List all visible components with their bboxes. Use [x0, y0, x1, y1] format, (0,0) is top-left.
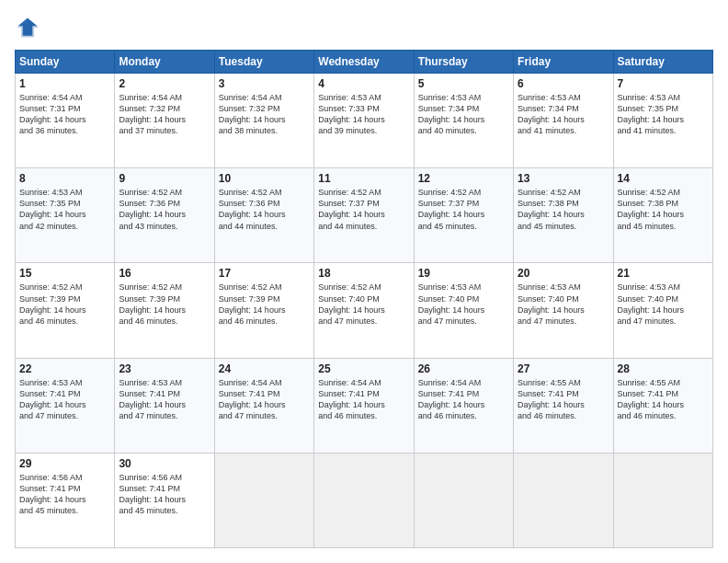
cell-sun-info: Sunrise: 4:54 AM Sunset: 7:41 PM Dayligh…: [318, 377, 409, 422]
calendar-cell: 10Sunrise: 4:52 AM Sunset: 7:36 PM Dayli…: [214, 168, 313, 263]
day-number: 12: [418, 172, 509, 185]
cell-sun-info: Sunrise: 4:52 AM Sunset: 7:37 PM Dayligh…: [418, 187, 509, 232]
cell-sun-info: Sunrise: 4:55 AM Sunset: 7:41 PM Dayligh…: [518, 377, 609, 422]
day-number: 17: [219, 267, 310, 280]
calendar-table: SundayMondayTuesdayWednesdayThursdayFrid…: [15, 50, 713, 548]
cell-sun-info: Sunrise: 4:52 AM Sunset: 7:40 PM Dayligh…: [318, 282, 409, 327]
day-number: 30: [119, 457, 210, 470]
day-number: 15: [19, 267, 110, 280]
cell-sun-info: Sunrise: 4:53 AM Sunset: 7:40 PM Dayligh…: [618, 282, 709, 327]
day-number: 19: [418, 267, 509, 280]
day-number: 2: [119, 77, 210, 90]
day-number: 27: [518, 362, 609, 375]
cell-sun-info: Sunrise: 4:52 AM Sunset: 7:36 PM Dayligh…: [219, 187, 310, 232]
cell-sun-info: Sunrise: 4:52 AM Sunset: 7:36 PM Dayligh…: [119, 187, 210, 232]
cell-sun-info: Sunrise: 4:54 AM Sunset: 7:41 PM Dayligh…: [219, 377, 310, 422]
calendar-cell: 25Sunrise: 4:54 AM Sunset: 7:41 PM Dayli…: [314, 358, 414, 453]
cell-sun-info: Sunrise: 4:53 AM Sunset: 7:33 PM Dayligh…: [318, 92, 409, 137]
day-number: 9: [119, 172, 210, 185]
cell-sun-info: Sunrise: 4:54 AM Sunset: 7:31 PM Dayligh…: [19, 92, 110, 137]
day-number: 8: [19, 172, 110, 185]
weekday-header-saturday: Saturday: [613, 51, 712, 74]
calendar-cell: 15Sunrise: 4:52 AM Sunset: 7:39 PM Dayli…: [16, 263, 115, 358]
calendar-cell: 8Sunrise: 4:53 AM Sunset: 7:35 PM Daylig…: [16, 168, 115, 263]
day-number: 20: [518, 267, 609, 280]
calendar-week-2: 8Sunrise: 4:53 AM Sunset: 7:35 PM Daylig…: [16, 168, 713, 263]
calendar-cell: 28Sunrise: 4:55 AM Sunset: 7:41 PM Dayli…: [613, 358, 712, 453]
cell-sun-info: Sunrise: 4:53 AM Sunset: 7:34 PM Dayligh…: [518, 92, 609, 137]
calendar-cell: 20Sunrise: 4:53 AM Sunset: 7:40 PM Dayli…: [514, 263, 613, 358]
day-number: 26: [418, 362, 509, 375]
weekday-header-sunday: Sunday: [16, 51, 115, 74]
cell-sun-info: Sunrise: 4:56 AM Sunset: 7:41 PM Dayligh…: [119, 472, 210, 517]
calendar-cell: 21Sunrise: 4:53 AM Sunset: 7:40 PM Dayli…: [613, 263, 712, 358]
calendar-header-row: SundayMondayTuesdayWednesdayThursdayFrid…: [16, 51, 713, 74]
calendar-cell: 9Sunrise: 4:52 AM Sunset: 7:36 PM Daylig…: [115, 168, 214, 263]
cell-sun-info: Sunrise: 4:54 AM Sunset: 7:32 PM Dayligh…: [219, 92, 310, 137]
cell-sun-info: Sunrise: 4:53 AM Sunset: 7:40 PM Dayligh…: [418, 282, 509, 327]
calendar-cell: [414, 453, 513, 547]
day-number: 21: [618, 267, 709, 280]
cell-sun-info: Sunrise: 4:52 AM Sunset: 7:39 PM Dayligh…: [219, 282, 310, 327]
calendar-cell: [514, 453, 613, 547]
cell-sun-info: Sunrise: 4:53 AM Sunset: 7:34 PM Dayligh…: [418, 92, 509, 137]
day-number: 18: [318, 267, 409, 280]
calendar-cell: 13Sunrise: 4:52 AM Sunset: 7:38 PM Dayli…: [514, 168, 613, 263]
calendar-week-5: 29Sunrise: 4:56 AM Sunset: 7:41 PM Dayli…: [16, 453, 713, 547]
day-number: 14: [618, 172, 709, 185]
header: [15, 15, 713, 40]
day-number: 6: [518, 77, 609, 90]
calendar-cell: [613, 453, 712, 547]
calendar-cell: 23Sunrise: 4:53 AM Sunset: 7:41 PM Dayli…: [115, 358, 214, 453]
day-number: 1: [19, 77, 110, 90]
cell-sun-info: Sunrise: 4:53 AM Sunset: 7:35 PM Dayligh…: [618, 92, 709, 137]
cell-sun-info: Sunrise: 4:52 AM Sunset: 7:39 PM Dayligh…: [19, 282, 110, 327]
svg-marker-1: [17, 21, 40, 38]
day-number: 28: [618, 362, 709, 375]
cell-sun-info: Sunrise: 4:53 AM Sunset: 7:40 PM Dayligh…: [518, 282, 609, 327]
calendar-cell: 24Sunrise: 4:54 AM Sunset: 7:41 PM Dayli…: [214, 358, 313, 453]
calendar-cell: 17Sunrise: 4:52 AM Sunset: 7:39 PM Dayli…: [214, 263, 313, 358]
calendar-week-3: 15Sunrise: 4:52 AM Sunset: 7:39 PM Dayli…: [16, 263, 713, 358]
weekday-header-thursday: Thursday: [414, 51, 513, 74]
logo: [15, 15, 44, 40]
day-number: 10: [219, 172, 310, 185]
calendar-week-4: 22Sunrise: 4:53 AM Sunset: 7:41 PM Dayli…: [16, 358, 713, 453]
day-number: 3: [219, 77, 310, 90]
calendar-cell: 14Sunrise: 4:52 AM Sunset: 7:38 PM Dayli…: [613, 168, 712, 263]
day-number: 29: [19, 457, 110, 470]
calendar-cell: 2Sunrise: 4:54 AM Sunset: 7:32 PM Daylig…: [115, 74, 214, 168]
calendar-cell: 19Sunrise: 4:53 AM Sunset: 7:40 PM Dayli…: [414, 263, 513, 358]
cell-sun-info: Sunrise: 4:52 AM Sunset: 7:38 PM Dayligh…: [518, 187, 609, 232]
weekday-header-tuesday: Tuesday: [214, 51, 313, 74]
cell-sun-info: Sunrise: 4:52 AM Sunset: 7:37 PM Dayligh…: [318, 187, 409, 232]
cell-sun-info: Sunrise: 4:52 AM Sunset: 7:39 PM Dayligh…: [119, 282, 210, 327]
day-number: 7: [618, 77, 709, 90]
calendar-cell: 3Sunrise: 4:54 AM Sunset: 7:32 PM Daylig…: [214, 74, 313, 168]
weekday-header-wednesday: Wednesday: [314, 51, 414, 74]
calendar-cell: 27Sunrise: 4:55 AM Sunset: 7:41 PM Dayli…: [514, 358, 613, 453]
day-number: 25: [318, 362, 409, 375]
day-number: 11: [318, 172, 409, 185]
cell-sun-info: Sunrise: 4:56 AM Sunset: 7:41 PM Dayligh…: [19, 472, 110, 517]
cell-sun-info: Sunrise: 4:54 AM Sunset: 7:32 PM Dayligh…: [119, 92, 210, 137]
logo-icon: [15, 15, 40, 40]
cell-sun-info: Sunrise: 4:52 AM Sunset: 7:38 PM Dayligh…: [618, 187, 709, 232]
calendar-cell: 4Sunrise: 4:53 AM Sunset: 7:33 PM Daylig…: [314, 74, 414, 168]
day-number: 22: [19, 362, 110, 375]
day-number: 4: [318, 77, 409, 90]
calendar-cell: 6Sunrise: 4:53 AM Sunset: 7:34 PM Daylig…: [514, 74, 613, 168]
cell-sun-info: Sunrise: 4:55 AM Sunset: 7:41 PM Dayligh…: [618, 377, 709, 422]
day-number: 23: [119, 362, 210, 375]
calendar-cell: 18Sunrise: 4:52 AM Sunset: 7:40 PM Dayli…: [314, 263, 414, 358]
calendar-week-1: 1Sunrise: 4:54 AM Sunset: 7:31 PM Daylig…: [16, 74, 713, 168]
cell-sun-info: Sunrise: 4:54 AM Sunset: 7:41 PM Dayligh…: [418, 377, 509, 422]
weekday-header-monday: Monday: [115, 51, 214, 74]
day-number: 5: [418, 77, 509, 90]
calendar-cell: 30Sunrise: 4:56 AM Sunset: 7:41 PM Dayli…: [115, 453, 214, 547]
calendar-cell: 26Sunrise: 4:54 AM Sunset: 7:41 PM Dayli…: [414, 358, 513, 453]
cell-sun-info: Sunrise: 4:53 AM Sunset: 7:41 PM Dayligh…: [119, 377, 210, 422]
page: SundayMondayTuesdayWednesdayThursdayFrid…: [0, 0, 728, 563]
day-number: 16: [119, 267, 210, 280]
calendar-cell: 22Sunrise: 4:53 AM Sunset: 7:41 PM Dayli…: [16, 358, 115, 453]
